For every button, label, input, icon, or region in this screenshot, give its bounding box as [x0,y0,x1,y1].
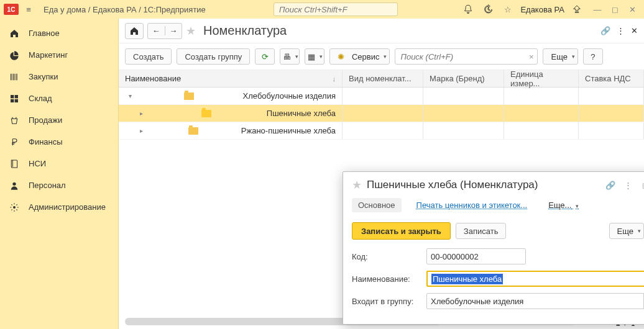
folder-icon [201,110,211,117]
ruble-icon [9,137,20,148]
caps-icon[interactable] [569,2,584,17]
report-button[interactable]: ▦▾ [305,48,324,65]
minimize-button[interactable]: — [589,2,605,16]
col-brand[interactable]: Марка (Бренд) [423,70,504,87]
modal-more-button[interactable]: Еще▾ [609,223,644,239]
sidebar-label: Персонал [29,181,66,190]
expander-icon[interactable]: ▸ [140,127,146,134]
group-input[interactable] [426,293,644,309]
col-vat[interactable]: Ставка НДС [579,70,644,87]
print-button[interactable]: 🖶▾ [280,48,300,65]
page-close-icon[interactable]: ✕ [631,26,638,35]
row-label: Хлебобулочные изделия [243,91,336,101]
table-row[interactable]: ▸Пшеничные хлеба [119,105,644,122]
sort-icon: ↓ [333,75,336,83]
sidebar-label: Администрирование [29,202,106,212]
sidebar-label: Главное [29,29,60,38]
expander-icon[interactable]: ▾ [129,92,135,99]
sidebar-label: Закупки [29,72,58,81]
row-label: Ржано-пшеничные хлеба [241,126,336,135]
more-vert-icon[interactable]: ⋮ [617,26,625,35]
sidebar-label: Финансы [29,137,63,146]
expander-icon[interactable]: ▸ [140,110,146,117]
nav-back-forward[interactable]: ← → [147,23,182,39]
list-search-input[interactable] [395,52,525,61]
grid-header: Наименование↓ Вид номенклат... Марка (Бр… [119,70,644,88]
modal-favorite-icon[interactable]: ★ [352,178,362,192]
sidebar-item-barcode[interactable]: Закупки [0,66,118,88]
back-icon[interactable]: ← [148,26,165,35]
modal-more-icon[interactable]: ⋮ [622,181,634,190]
tab-more[interactable]: Еще... ▾ [542,198,585,212]
sidebar-item-pie[interactable]: Маркетинг [0,44,118,66]
tab-main[interactable]: Основное [352,198,402,212]
table-row[interactable]: ▾Хлебобулочные изделия [119,88,644,105]
col-kind[interactable]: Вид номенклат... [343,70,423,87]
maximize-button[interactable]: ◻ [607,2,623,16]
window-title: Еда у дома / Едакова РА / 1С:Предприятие [39,5,211,14]
folder-icon [188,127,198,135]
modal-maximize-icon[interactable]: ◻ [639,181,644,190]
gear-icon [9,202,20,213]
clear-search-icon[interactable]: × [525,52,538,61]
close-button[interactable]: ✕ [624,2,640,16]
menu-icon[interactable]: ≡ [21,2,36,17]
toolbar: Создать Создать группу ⟳ 🖶▾ ▦▾ ✺ Сервис▾… [119,43,644,70]
forward-icon[interactable]: → [165,26,182,35]
favorite-icon[interactable]: ★ [186,24,196,38]
save-close-button[interactable]: Записать и закрыть [352,222,451,240]
sidebar-item-basket[interactable]: Продажи [0,109,118,131]
code-label: Код: [352,252,426,261]
user-label[interactable]: Едакова РА [520,5,564,14]
person-icon [9,180,20,191]
page-title: Номенклатура [203,24,287,38]
create-group-button[interactable]: Создать группу [177,48,250,65]
sidebar-item-person[interactable]: Персонал [0,174,118,196]
tab-print[interactable]: Печать ценников и этикеток... [410,198,534,212]
svg-point-1 [13,206,16,209]
basket-icon [9,115,20,126]
folder-icon [184,92,194,100]
modal-link-icon[interactable]: 🔗 [604,181,617,190]
help-button[interactable]: ? [583,48,603,65]
sidebar-item-book[interactable]: НСИ [0,153,118,174]
group-label: Входит в группу: [352,297,426,306]
sidebar-item-gear[interactable]: Администрирование [0,196,118,218]
row-label: Пшеничные хлеба [267,109,336,118]
bell-icon[interactable] [461,2,476,17]
sidebar-item-grid[interactable]: Склад [0,88,118,109]
sidebar: ГлавноеМаркетингЗакупкиСкладПродажиФинан… [0,19,118,329]
home-icon [9,28,20,39]
user-name: Едакова РА [520,5,564,14]
barcode-icon [9,71,20,83]
global-search [213,2,459,16]
refresh-button[interactable]: ⟳ [255,48,275,65]
table-row[interactable]: ▸Ржано-пшеничные хлеба [119,122,644,140]
home-button[interactable] [125,23,144,39]
save-button[interactable]: Записать [456,223,507,239]
more-button[interactable]: Еще▾ [543,48,577,65]
history-icon[interactable] [481,2,495,17]
link-icon[interactable]: 🔗 [600,26,610,35]
col-unit[interactable]: Единица измер... [504,70,579,87]
title-bar: 1C ≡ Еда у дома / Едакова РА / 1С:Предпр… [0,0,644,19]
modal-tabs: Основное Печать ценников и этикеток... Е… [343,198,644,217]
book-icon [9,158,20,169]
name-label: Наименование: [352,274,426,284]
star-icon[interactable]: ☆ [500,2,515,17]
sidebar-label: Склад [29,94,52,103]
service-button[interactable]: ✺ Сервис▾ [329,48,390,65]
item-modal: ★ Пшеничные хлеба (Номенклатура) 🔗 ⋮ ◻ ✕… [343,171,644,325]
global-search-input[interactable] [274,2,398,16]
name-selection: Пшеничные хлеба [431,274,503,284]
code-input[interactable] [426,248,526,264]
pie-icon [9,50,20,61]
col-name[interactable]: Наименование↓ [119,70,343,87]
modal-title: Пшеничные хлеба (Номенклатура) [367,179,599,191]
sidebar-item-ruble[interactable]: Финансы [0,131,118,153]
list-search: × [395,48,538,65]
create-button[interactable]: Создать [125,48,172,65]
grid-icon [9,93,20,104]
svg-point-0 [12,182,16,185]
sidebar-item-home[interactable]: Главное [0,22,118,44]
